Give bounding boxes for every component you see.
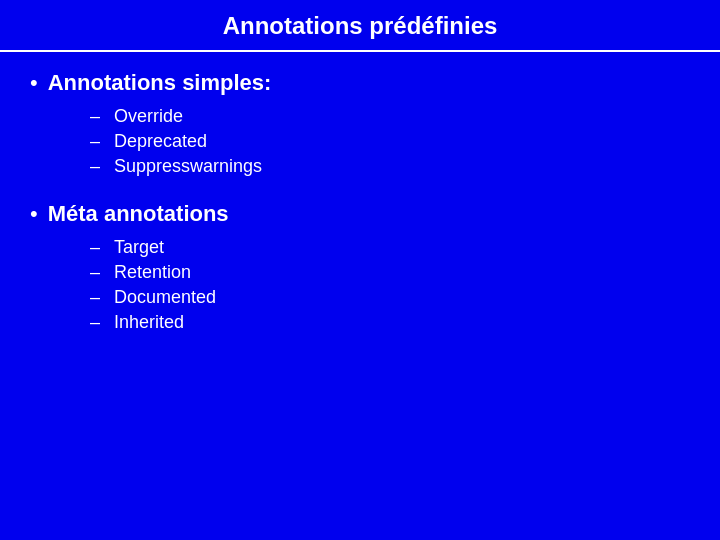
slide-title: Annotations prédéfinies (223, 12, 498, 39)
list-item: – Target (90, 237, 690, 258)
meta-list: – Target – Retention – Documented – Inhe… (30, 237, 690, 333)
slide-container: Annotations prédéfinies • Annotations si… (0, 0, 720, 540)
item-deprecated: Deprecated (114, 131, 207, 152)
item-retention: Retention (114, 262, 191, 283)
dash-icon: – (90, 131, 100, 152)
section-meta-header: • Méta annotations (30, 201, 690, 227)
bullet-meta: • (30, 201, 38, 227)
dash-icon: – (90, 312, 100, 333)
section-meta: • Méta annotations – Target – Retention … (30, 201, 690, 333)
item-target: Target (114, 237, 164, 258)
section-simples: • Annotations simples: – Override – Depr… (30, 70, 690, 177)
list-item: – Inherited (90, 312, 690, 333)
item-inherited: Inherited (114, 312, 184, 333)
list-item: – Retention (90, 262, 690, 283)
dash-icon: – (90, 287, 100, 308)
dash-icon: – (90, 156, 100, 177)
section-simples-title: Annotations simples: (48, 70, 272, 96)
dash-icon: – (90, 237, 100, 258)
dash-icon: – (90, 262, 100, 283)
list-item: – Suppresswarnings (90, 156, 690, 177)
item-documented: Documented (114, 287, 216, 308)
dash-icon: – (90, 106, 100, 127)
simples-list: – Override – Deprecated – Suppresswarnin… (30, 106, 690, 177)
item-suppresswarnings: Suppresswarnings (114, 156, 262, 177)
title-bar: Annotations prédéfinies (0, 0, 720, 52)
bullet-simples: • (30, 70, 38, 96)
section-simples-header: • Annotations simples: (30, 70, 690, 96)
list-item: – Documented (90, 287, 690, 308)
item-override: Override (114, 106, 183, 127)
list-item: – Deprecated (90, 131, 690, 152)
content-area: • Annotations simples: – Override – Depr… (0, 70, 720, 540)
section-meta-title: Méta annotations (48, 201, 229, 227)
list-item: – Override (90, 106, 690, 127)
